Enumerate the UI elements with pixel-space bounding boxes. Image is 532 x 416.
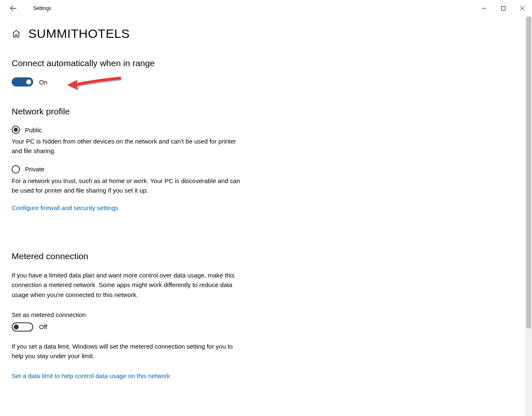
metered-state-label: Off [39,323,47,330]
close-button[interactable] [513,2,532,15]
radio-public-label: Public [25,126,42,134]
toggle-knob [14,324,19,329]
window-title: Settings [33,5,51,11]
page-header: SUMMITHOTELS [12,27,271,41]
scrollbar-thumb[interactable] [526,17,531,328]
radio-public-description: Your PC is hidden from other devices on … [12,136,244,156]
radio-private-description: For a network you trust, such as at home… [12,176,244,196]
auto-connect-heading: Connect automatically when in range [12,58,271,68]
maximize-icon [501,6,505,10]
home-icon[interactable] [12,29,21,38]
radio-public-indicator [12,126,20,134]
auto-connect-toggle-row: On [12,77,271,87]
radio-private-label: Private [25,166,44,173]
network-profile-heading: Network profile [12,106,271,116]
radio-private-indicator [12,165,20,173]
page-title: SUMMITHOTELS [28,27,130,41]
close-icon [520,6,525,10]
titlebar: Settings [0,0,532,17]
metered-description: If you have a limited data plan and want… [12,270,244,300]
scrollbar-track[interactable] [525,17,532,416]
metered-toggle-row: Off [12,322,271,332]
svg-rect-0 [502,7,505,10]
metered-heading: Metered connection [12,251,271,261]
toggle-knob [26,79,31,84]
back-button[interactable] [7,2,20,15]
metered-toggle-label: Set as metered connection [12,311,271,318]
auto-connect-state-label: On [39,79,47,86]
back-arrow-icon [10,5,17,12]
auto-connect-toggle[interactable] [12,77,33,87]
radio-public[interactable]: Public [12,126,271,134]
minimize-icon [482,6,486,10]
annotation-arrow [66,75,124,92]
content-area: SUMMITHOTELS Connect automatically when … [0,17,283,380]
metered-toggle[interactable] [12,322,33,332]
home-icon-svg [12,29,21,38]
firewall-settings-link[interactable]: Configure firewall and security settings [12,204,118,211]
data-limit-link[interactable]: Set a data limit to help control data us… [12,372,170,379]
radio-private[interactable]: Private [12,165,271,173]
network-profile-public-group: Public Your PC is hidden from other devi… [12,126,271,156]
metered-note: If you set a data limit, Windows will se… [12,342,244,361]
titlebar-left: Settings [7,2,51,15]
maximize-button[interactable] [494,2,513,15]
network-profile-private-group: Private For a network you trust, such as… [12,165,271,196]
minimize-button[interactable] [475,2,494,15]
window-controls [475,2,532,15]
